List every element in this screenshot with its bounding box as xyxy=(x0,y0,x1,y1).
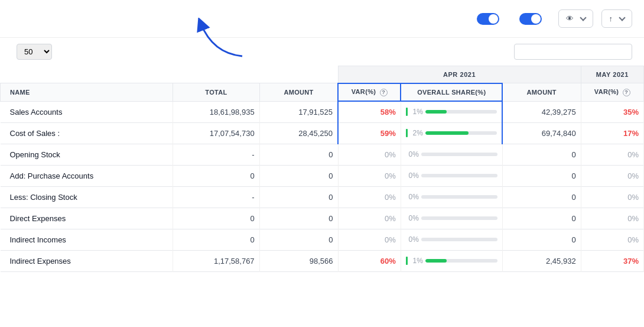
cell-var-may: 37% xyxy=(581,250,643,271)
cell-name: Sales Accounts xyxy=(1,101,173,122)
col-var-apr: VAR(%) ? xyxy=(338,83,401,102)
detailed-toggle[interactable] xyxy=(477,13,499,25)
cell-var-may: 35% xyxy=(581,101,643,122)
value-toggle[interactable] xyxy=(519,13,542,25)
search-input[interactable] xyxy=(514,44,632,60)
empty-header xyxy=(1,66,339,83)
chevron-down-icon-export xyxy=(619,14,625,21)
cell-amount-apr: 0 xyxy=(259,208,338,229)
page-container: 👁 ↑ 50 25 100 xyxy=(0,0,644,327)
show-entries-group: 50 25 100 xyxy=(12,44,57,60)
cell-var-may: 0% xyxy=(581,165,643,186)
cell-amount-may: 0 xyxy=(502,165,581,186)
cell-overall-apr: 0% xyxy=(401,208,502,229)
header-controls: 👁 ↑ xyxy=(473,9,633,28)
cell-name: Cost of Sales : xyxy=(1,122,173,144)
cell-amount-may: 0 xyxy=(502,186,581,208)
cell-overall-apr: 0% xyxy=(401,144,502,165)
search-group xyxy=(509,44,632,60)
toggle-knob xyxy=(489,14,498,24)
cell-overall-apr: 0% xyxy=(401,186,502,208)
cell-overall-apr: 2% xyxy=(401,122,502,144)
col-amount-may: AMOUNT xyxy=(502,83,581,102)
cell-var-apr: 58% xyxy=(338,101,401,122)
cell-var-apr: 59% xyxy=(338,122,401,144)
export-button[interactable]: ↑ xyxy=(601,9,633,28)
cell-total: 18,61,98,935 xyxy=(173,101,259,122)
table-row: Add: Purchase Accounts 0 0 0% 0% 0 0% xyxy=(1,165,644,186)
table-row: Indirect Expenses 1,17,58,767 98,566 60%… xyxy=(1,250,644,271)
toggle-knob-value xyxy=(531,14,541,24)
var-help-icon: ? xyxy=(380,89,388,96)
cell-var-apr: 0% xyxy=(338,165,401,186)
table-row: Direct Expenses 0 0 0% 0% 0 0% xyxy=(1,208,644,229)
cell-amount-apr: 0 xyxy=(259,186,338,208)
cell-amount-apr: 0 xyxy=(259,165,338,186)
col-amount-apr: AMOUNT xyxy=(259,83,338,102)
cell-total: 17,07,54,730 xyxy=(173,122,259,144)
cell-total: 0 xyxy=(173,208,259,229)
cell-var-may: 0% xyxy=(581,186,643,208)
cell-total: - xyxy=(173,144,259,165)
table-row: Sales Accounts 18,61,98,935 17,91,525 58… xyxy=(1,101,644,122)
cell-overall-apr: 1% xyxy=(401,250,502,271)
cell-var-apr: 60% xyxy=(338,250,401,271)
cell-var-may: 0% xyxy=(581,144,643,165)
cell-total: - xyxy=(173,186,259,208)
show-hide-months-button[interactable]: 👁 xyxy=(558,9,593,28)
cell-name: Add: Purchase Accounts xyxy=(1,165,173,186)
table-body: Sales Accounts 18,61,98,935 17,91,525 58… xyxy=(1,101,644,271)
table-wrapper: APR 2021 MAY 2021 NAME TOTAL AMOUNT VAR(… xyxy=(0,66,644,272)
cell-amount-apr: 0 xyxy=(259,144,338,165)
var-may-help-icon: ? xyxy=(623,89,630,96)
cell-name: Direct Expenses xyxy=(1,208,173,229)
eye-icon: 👁 xyxy=(566,14,574,23)
cell-total: 0 xyxy=(173,165,259,186)
chevron-down-icon xyxy=(580,14,586,21)
header: 👁 ↑ xyxy=(0,0,644,38)
cell-var-may: 17% xyxy=(581,122,643,144)
cell-amount-may: 0 xyxy=(502,208,581,229)
col-header-row: NAME TOTAL AMOUNT VAR(%) ? OVERALL SHARE… xyxy=(1,83,644,102)
col-total: TOTAL xyxy=(173,83,259,102)
entries-select[interactable]: 50 25 100 xyxy=(17,44,52,60)
cell-var-apr: 0% xyxy=(338,208,401,229)
apr-2021-header: APR 2021 xyxy=(338,66,581,83)
cell-var-apr: 0% xyxy=(338,229,401,250)
cell-var-may: 0% xyxy=(581,229,643,250)
table-row: Opening Stock - 0 0% 0% 0 0% xyxy=(1,144,644,165)
cell-total: 0 xyxy=(173,229,259,250)
cell-overall-apr: 0% xyxy=(401,229,502,250)
cell-amount-may: 0 xyxy=(502,144,581,165)
cell-amount-may: 42,39,275 xyxy=(502,101,581,122)
table-row: Indirect Incomes 0 0 0% 0% 0 0% xyxy=(1,229,644,250)
data-table: APR 2021 MAY 2021 NAME TOTAL AMOUNT VAR(… xyxy=(0,66,644,272)
cell-amount-may: 2,45,932 xyxy=(502,250,581,271)
table-row: Less: Closing Stock - 0 0% 0% 0 0% xyxy=(1,186,644,208)
cell-name: Opening Stock xyxy=(1,144,173,165)
cell-amount-apr: 98,566 xyxy=(259,250,338,271)
cell-var-apr: 0% xyxy=(338,144,401,165)
upload-icon: ↑ xyxy=(609,14,613,23)
cell-name: Indirect Incomes xyxy=(1,229,173,250)
detailed-toggle-group xyxy=(473,13,499,25)
table-row: Cost of Sales : 17,07,54,730 28,45,250 5… xyxy=(1,122,644,144)
col-name: NAME xyxy=(1,83,173,102)
col-var-may: VAR(%) ? xyxy=(581,83,643,102)
cell-overall-apr: 1% xyxy=(401,101,502,122)
may-2021-header: MAY 2021 xyxy=(581,66,643,83)
cell-var-may: 0% xyxy=(581,208,643,229)
col-overall-apr: OVERALL SHARE(%) xyxy=(401,83,502,102)
cell-amount-may: 0 xyxy=(502,229,581,250)
cell-amount-apr: 0 xyxy=(259,229,338,250)
cell-name: Indirect Expenses xyxy=(1,250,173,271)
value-toggle-group xyxy=(516,13,542,25)
cell-amount-may: 69,74,840 xyxy=(502,122,581,144)
cell-amount-apr: 17,91,525 xyxy=(259,101,338,122)
month-header-row: APR 2021 MAY 2021 xyxy=(1,66,644,83)
cell-amount-apr: 28,45,250 xyxy=(259,122,338,144)
cell-name: Less: Closing Stock xyxy=(1,186,173,208)
cell-var-apr: 0% xyxy=(338,186,401,208)
cell-overall-apr: 0% xyxy=(401,165,502,186)
toolbar: 50 25 100 xyxy=(0,38,644,66)
